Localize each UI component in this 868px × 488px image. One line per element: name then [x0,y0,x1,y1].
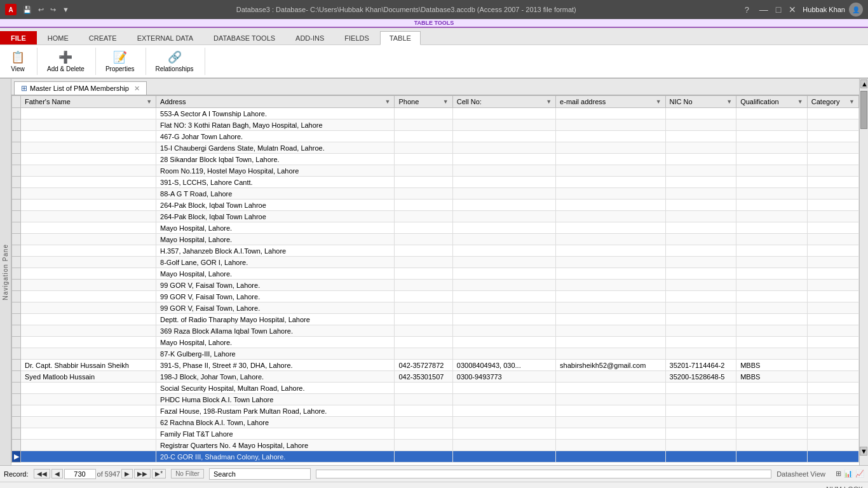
cell-phone[interactable] [395,234,452,245]
cell-qualification[interactable] [736,131,808,142]
cell-email[interactable] [556,302,665,314]
cell-address[interactable]: 15-I Chaubergi Gardens State, Mulatn Roa… [156,142,395,154]
cell-cell-no[interactable] [452,131,555,142]
cell-phone[interactable] [395,119,452,131]
cell-category[interactable] [807,440,858,451]
cell-cell-no[interactable] [452,268,555,280]
cell-cell-no[interactable] [452,177,555,188]
cell-email[interactable] [556,291,665,302]
cell-fathers-name[interactable] [21,257,156,268]
cell-qualification[interactable] [736,154,808,165]
cell-address[interactable]: Flat NO: 3 Kothi Ratan Bagh, Mayo Hospit… [156,119,395,131]
cell-phone[interactable] [395,428,452,440]
table-row[interactable]: Mayo Hospital, Lahore. [12,337,859,348]
cell-phone[interactable] [395,337,452,348]
cell-nic-no[interactable] [665,154,736,165]
cell-category[interactable] [807,165,858,177]
cell-address[interactable]: 28 Sikandar Block Iqbal Town, Lahore. [156,154,395,165]
minimize-button[interactable]: — [757,4,771,15]
document-tab[interactable]: ⊞ Master List of PMA Membership ✕ [14,81,147,95]
sort-icon-address[interactable]: ▼ [385,98,391,105]
cell-fathers-name[interactable] [21,451,156,463]
cell-email[interactable] [556,245,665,257]
cell-phone[interactable] [395,131,452,142]
cell-category[interactable] [807,234,858,245]
cell-category[interactable] [807,383,858,394]
cell-email[interactable] [556,154,665,165]
redo-qat-button[interactable]: ↪ [48,4,58,15]
cell-cell-no[interactable] [452,348,555,360]
cell-nic-no[interactable] [665,119,736,131]
table-row[interactable]: Deptt. of Radio Tharaphy Mayo Hospital, … [12,314,859,325]
cell-category[interactable] [807,177,858,188]
cell-category[interactable] [807,325,858,337]
table-row[interactable]: Family Flat T&T Lahore [12,428,859,440]
cell-qualification[interactable] [736,165,808,177]
cell-cell-no[interactable] [452,451,555,463]
cell-qualification[interactable] [736,383,808,394]
cell-qualification[interactable] [736,211,808,222]
cell-fathers-name[interactable] [21,428,156,440]
cell-category[interactable] [807,268,858,280]
cell-cell-no[interactable]: 0300-9493773 [452,371,555,383]
cell-email[interactable] [556,222,665,234]
cell-phone[interactable] [395,165,452,177]
cell-qualification[interactable] [736,394,808,405]
cell-email[interactable] [556,314,665,325]
tab-home[interactable]: HOME [38,31,78,44]
cell-phone[interactable] [395,417,452,428]
help-icon[interactable]: ? [741,5,753,15]
cell-address[interactable]: Social Security Hospital, Multan Road, L… [156,383,395,394]
cell-phone[interactable] [395,154,452,165]
cell-cell-no[interactable] [452,302,555,314]
cell-fathers-name[interactable] [21,154,156,165]
cell-phone[interactable] [395,211,452,222]
col-header-address[interactable]: Address ▼ [156,96,395,108]
cell-qualification[interactable] [736,440,808,451]
cell-qualification[interactable]: MBBS [736,371,808,383]
cell-nic-no[interactable]: 35201-7114464-2 [665,360,736,371]
cell-address[interactable]: Room No.119, Hostel Mayo Hospital, Lahor… [156,165,395,177]
cell-nic-no[interactable]: 35200-1528648-5 [665,371,736,383]
cell-email[interactable] [556,451,665,463]
cell-cell-no[interactable] [452,325,555,337]
cell-phone[interactable] [395,302,452,314]
cell-fathers-name[interactable] [21,314,156,325]
cell-qualification[interactable] [736,314,808,325]
cell-qualification[interactable] [736,222,808,234]
cell-email[interactable] [556,325,665,337]
record-current-input[interactable] [64,469,96,479]
table-row[interactable]: 15-I Chaubergi Gardens State, Mulatn Roa… [12,142,859,154]
cell-cell-no[interactable]: 03008404943, 030... [452,360,555,371]
close-button[interactable]: ✕ [786,4,799,15]
table-row[interactable]: 99 GOR V, Faisal Town, Lahore. [12,302,859,314]
cell-address[interactable]: Family Flat T&T Lahore [156,428,395,440]
cell-fathers-name[interactable] [21,348,156,360]
table-row[interactable]: Dr. Capt. Shabbir Hussain Sheikh391-S, P… [12,360,859,371]
cell-category[interactable] [807,245,858,257]
cell-nic-no[interactable] [665,417,736,428]
table-row[interactable]: 264-Pak Block, Iqbal Town Lahroe [12,200,859,211]
cell-category[interactable] [807,188,858,200]
cell-qualification[interactable] [736,428,808,440]
cell-fathers-name[interactable] [21,222,156,234]
cell-fathers-name[interactable] [21,337,156,348]
cell-nic-no[interactable] [665,245,736,257]
cell-fathers-name[interactable] [21,245,156,257]
table-row[interactable]: 8-Golf Lane, GOR I, Lahore. [12,257,859,268]
sort-icon-qualification[interactable]: ▼ [797,98,803,105]
navigation-pane[interactable]: Navigation Pane [0,79,11,465]
cell-address[interactable]: Mayo Hospital, Lahore. [156,268,395,280]
cell-address[interactable]: 8-Golf Lane, GOR I, Lahore. [156,257,395,268]
cell-category[interactable] [807,154,858,165]
cell-qualification[interactable]: MBBS [736,360,808,371]
cell-category[interactable] [807,119,858,131]
cell-nic-no[interactable] [665,188,736,200]
record-prev-button[interactable]: ◀ [51,469,63,478]
tab-close-button[interactable]: ✕ [134,85,140,93]
view-icon-3[interactable]: 📈 [855,470,864,478]
col-header-category[interactable]: Category ▼ [807,96,858,108]
cell-address[interactable]: PHDC Huma Block A.I. Town Lahore [156,394,395,405]
cell-address[interactable]: 20-C GOR III, Shadman Colony, Lahore. [156,451,395,463]
cell-fathers-name[interactable] [21,177,156,188]
